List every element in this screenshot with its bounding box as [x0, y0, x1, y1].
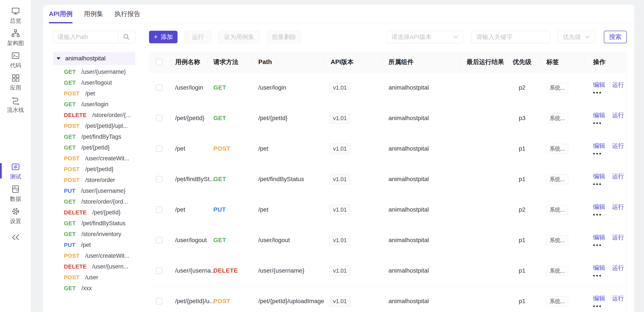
- more-actions-icon[interactable]: •••: [593, 122, 602, 125]
- run-link[interactable]: 运行: [612, 203, 624, 211]
- http-method-label: POST: [64, 252, 80, 259]
- add-button[interactable]: + 添加: [149, 31, 178, 43]
- endpoint-path-label: /pet/findByStatus: [82, 220, 126, 227]
- table-header-row: 用例名称 请求方法 Path API版本 所属组件 最后运行结果 优先级 标签 …: [149, 52, 626, 72]
- more-actions-icon[interactable]: •••: [593, 183, 602, 186]
- chevron-down-icon: [454, 36, 458, 39]
- more-actions-icon[interactable]: •••: [593, 274, 602, 278]
- sidebar-item-architecture[interactable]: 架构图: [0, 26, 31, 49]
- tree-endpoint-item[interactable]: POST /user/createWit...: [53, 153, 135, 164]
- component-name: animalhostpital: [388, 298, 429, 305]
- sidebar-item-code[interactable]: 代码: [0, 49, 31, 71]
- more-actions-icon[interactable]: •••: [593, 305, 602, 308]
- tree-endpoint-item[interactable]: DELETE /store/order/{...: [53, 110, 135, 120]
- tree-endpoint-item[interactable]: GET /xxx: [53, 283, 135, 294]
- tag-badge: 系统...: [546, 205, 568, 215]
- row-checkbox[interactable]: [156, 237, 162, 243]
- tag-badge: 系统...: [546, 144, 568, 153]
- run-link[interactable]: 运行: [612, 264, 624, 272]
- http-method-label: GET: [64, 79, 76, 86]
- run-link[interactable]: 运行: [612, 172, 624, 181]
- tree-endpoint-item[interactable]: GET /pet/findByTags: [53, 131, 135, 142]
- more-actions-icon[interactable]: •••: [593, 213, 602, 217]
- row-checkbox[interactable]: [156, 298, 162, 304]
- tree-endpoint-item[interactable]: POST /pet/{petId}/upl...: [53, 120, 135, 131]
- tree-endpoint-item[interactable]: DELETE /pet/{petId}: [53, 207, 135, 218]
- batch-delete-button[interactable]: 批量删除: [267, 31, 301, 43]
- api-version-badge: v1.01: [329, 205, 350, 215]
- row-checkbox[interactable]: [156, 84, 162, 91]
- tree-endpoint-item[interactable]: GET /user/{username}: [53, 66, 135, 77]
- sidebar-item-overview[interactable]: 总览: [0, 4, 31, 26]
- run-link[interactable]: 运行: [612, 81, 624, 89]
- edit-link[interactable]: 编辑: [593, 203, 605, 211]
- sidebar-item-data[interactable]: 数据: [0, 182, 31, 204]
- case-table-panel: + 添加 运行 设为用例集 批量删除 请选择API版本 优先级 搜索 用例名称 …: [149, 31, 627, 312]
- tree-endpoint-item[interactable]: POST /pet: [53, 88, 135, 99]
- tab-api-cases[interactable]: API用例: [49, 5, 72, 23]
- more-actions-icon[interactable]: •••: [593, 244, 602, 247]
- edit-link[interactable]: 编辑: [593, 233, 605, 241]
- gear-icon: [11, 207, 20, 217]
- case-path: /pet: [258, 206, 268, 213]
- tree-endpoint-item[interactable]: POST /user: [53, 272, 135, 283]
- select-all-checkbox[interactable]: [156, 59, 162, 65]
- sidebar-collapse-button[interactable]: [0, 230, 31, 246]
- tree-endpoint-item[interactable]: GET /user/login: [53, 99, 135, 110]
- row-checkbox[interactable]: [156, 267, 162, 274]
- tab-case-suites[interactable]: 用例集: [84, 5, 103, 23]
- tree-endpoint-item[interactable]: POST /store/order: [53, 175, 135, 186]
- tree-endpoint-item[interactable]: GET /store/order/{ord...: [53, 196, 135, 207]
- tree-endpoint-item[interactable]: PUT /user/{username}: [53, 186, 135, 196]
- tree-search-button[interactable]: [118, 31, 135, 43]
- sidebar-item-apps[interactable]: 应用: [0, 71, 31, 93]
- tree-endpoint-item[interactable]: GET /user/logout: [53, 77, 135, 88]
- row-checkbox[interactable]: [156, 206, 162, 213]
- tree-endpoint-item[interactable]: GET /pet/{petId}: [53, 142, 135, 153]
- row-checkbox[interactable]: [156, 145, 162, 152]
- tree-endpoint-item[interactable]: GET /pet/findByStatus: [53, 218, 135, 229]
- edit-link[interactable]: 编辑: [593, 142, 605, 150]
- http-method-label: POST: [213, 298, 230, 305]
- col-header-tag: 标签: [540, 52, 585, 72]
- search-button[interactable]: 搜索: [604, 31, 627, 43]
- run-link[interactable]: 运行: [612, 111, 624, 119]
- edit-link[interactable]: 编辑: [593, 264, 605, 272]
- edit-link[interactable]: 编辑: [593, 172, 605, 181]
- row-checkbox[interactable]: [156, 115, 162, 121]
- sidebar-item-label: 测试: [10, 174, 21, 179]
- tree-endpoint-item[interactable]: PUT /pet: [53, 240, 135, 250]
- run-link[interactable]: 运行: [612, 294, 624, 302]
- more-actions-icon[interactable]: •••: [593, 152, 602, 155]
- monitor-icon: [11, 7, 20, 17]
- row-checkbox[interactable]: [156, 176, 162, 182]
- tree-endpoint-item[interactable]: POST /user/createWit...: [53, 250, 135, 261]
- priority-select[interactable]: 优先级: [558, 31, 595, 43]
- path-search-input[interactable]: [53, 31, 118, 43]
- set-as-suite-button[interactable]: 设为用例集: [218, 31, 260, 43]
- endpoint-path-label: /pet/{petId}: [92, 209, 121, 216]
- edit-link[interactable]: 编辑: [593, 294, 605, 302]
- edit-link[interactable]: 编辑: [593, 81, 605, 89]
- keyword-input[interactable]: [471, 31, 550, 43]
- tree-endpoint-item[interactable]: POST /pet/{petId}: [53, 164, 135, 175]
- sidebar-item-label: 设置: [10, 218, 21, 224]
- run-link[interactable]: 运行: [612, 233, 624, 241]
- sidebar-item-test[interactable]: 测试: [0, 160, 31, 182]
- sidebar-item-pipeline[interactable]: 流水线: [0, 93, 31, 115]
- tab-exec-reports[interactable]: 执行报告: [114, 5, 140, 23]
- sidebar-item-settings[interactable]: 设置: [0, 204, 31, 227]
- tab-bar: API用例 用例集 执行报告: [43, 5, 634, 23]
- api-version-select[interactable]: 请选择API版本: [386, 31, 463, 43]
- tree-endpoint-item[interactable]: GET /store/inventory: [53, 229, 135, 240]
- app-sidebar: 总览 架构图 代码 应用 流水线 测试 数据 设置: [0, 0, 31, 312]
- tree-root-node[interactable]: animalhostpital: [53, 52, 135, 65]
- run-link[interactable]: 运行: [612, 142, 624, 150]
- http-method-label: GET: [64, 198, 76, 205]
- more-actions-icon[interactable]: •••: [593, 91, 602, 95]
- run-button[interactable]: 运行: [184, 31, 212, 43]
- http-method-label: GET: [64, 285, 76, 292]
- edit-link[interactable]: 编辑: [593, 111, 605, 119]
- case-name: /pet: [175, 145, 185, 152]
- tree-endpoint-item[interactable]: DELETE /user/{usern...: [53, 261, 135, 272]
